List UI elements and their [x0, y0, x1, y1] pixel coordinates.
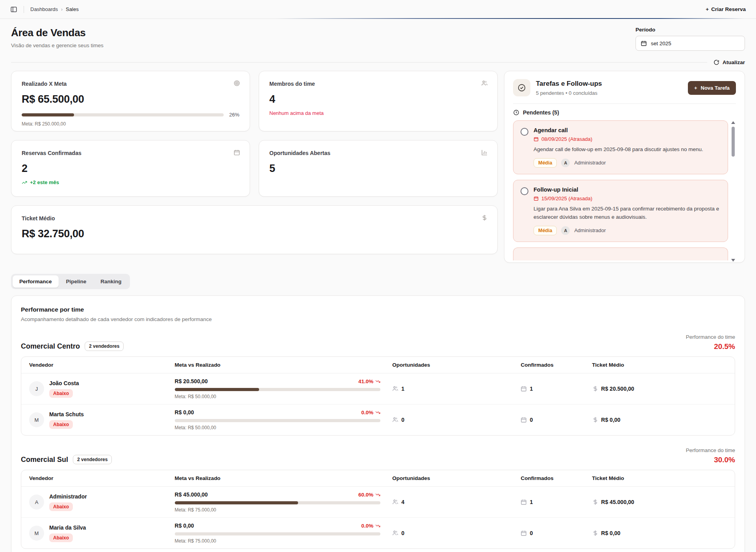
tasks-scroll-area: Agendar call 08/09/2025 (Atrasada) Agend…: [513, 120, 736, 262]
topbar: Dashboards › Sales + Criar Reserva: [0, 0, 756, 19]
performance-subtitle: Acompanhamento detalhado de cada vendedo…: [21, 316, 735, 322]
oportunidades-value: 0: [401, 417, 404, 423]
scroll-down-arrow[interactable]: [731, 259, 735, 262]
percent-value: 0.0%: [361, 523, 373, 529]
card-note: +2 este mês: [22, 179, 239, 185]
team-vendor-count-badge: 2 vendedores: [73, 455, 112, 464]
ticket-value: R$ 45.000,00: [601, 499, 634, 505]
trending-down-icon: [375, 379, 380, 384]
task-assignee: Administrador: [574, 160, 606, 166]
users-icon: [392, 386, 398, 392]
table-row: J João Costa Abaixo R$ 20.500,00 41.0%: [21, 373, 735, 404]
progress-bar: [175, 532, 381, 535]
col-confirmados: Confirmados: [521, 362, 592, 368]
realizado-value: R$ 45.000,00: [175, 491, 208, 498]
realizado-value: R$ 0,00: [175, 522, 194, 529]
oportunidades-value: 1: [401, 386, 404, 392]
status-badge: Abaixo: [49, 420, 73, 429]
dollar-icon: [592, 499, 598, 505]
vendor-name: João Costa: [49, 380, 79, 386]
create-reservation-button[interactable]: + Criar Reserva: [706, 6, 746, 12]
card-membros: Membros do time 4 Nenhum acima da meta: [259, 71, 498, 131]
card-title: Realizado X Meta: [22, 81, 239, 87]
calendar-icon: [534, 196, 539, 201]
users-icon: [392, 417, 398, 423]
team-table: Vendedor Meta vs Realizado Oportunidades…: [21, 356, 735, 436]
trending-down-icon: [375, 492, 380, 497]
realizado-value: R$ 20.500,00: [175, 378, 208, 384]
card-oportunidades: Oportunidades Abertas 5: [259, 140, 498, 197]
progress-percent: 26%: [229, 112, 239, 118]
task-complete-radio[interactable]: [521, 128, 528, 136]
dollar-icon: [592, 417, 598, 423]
dollar-icon: [592, 386, 598, 392]
new-task-button[interactable]: + Nova Tarefa: [688, 81, 736, 95]
tasks-scrollbar[interactable]: [731, 120, 735, 262]
breadcrumb-sales[interactable]: Sales: [66, 6, 79, 12]
users-icon: [392, 499, 398, 505]
chevron-right-icon: ›: [61, 7, 63, 12]
refresh-button[interactable]: Atualizar: [713, 59, 745, 65]
period-label: Período: [636, 27, 745, 33]
divider: [513, 103, 736, 104]
trending-down-icon: [375, 523, 380, 528]
avatar: M: [29, 412, 44, 427]
meta-goal: Meta: R$ 50.000,00: [175, 394, 381, 399]
card-note: Nenhum acima da meta: [269, 110, 487, 116]
tasks-title: Tarefas e Follow-ups: [536, 80, 602, 88]
performance-title: Performance por time: [21, 306, 735, 313]
card-value: 4: [269, 93, 487, 105]
tab[interactable]: Ranking: [94, 275, 128, 288]
toolbar: Atualizar: [11, 59, 745, 65]
meta-goal: Meta: R$ 75.000,00: [175, 538, 381, 544]
confirmados-value: 0: [530, 417, 533, 423]
percent-value: 0.0%: [361, 410, 373, 415]
vendor-name: Maria da Silva: [49, 524, 86, 531]
vendor-name: Administrador: [49, 493, 87, 500]
circle-check-icon: [513, 79, 530, 96]
period-select[interactable]: set 2025: [636, 36, 745, 51]
calendar-icon: [521, 530, 527, 536]
divider: [11, 62, 707, 63]
tasks-panel: Tarefas e Follow-ups 5 pendentes • 0 con…: [504, 71, 745, 263]
tab[interactable]: Pipeline: [59, 275, 93, 288]
breadcrumb-dashboards[interactable]: Dashboards: [30, 6, 58, 12]
col-confirmados: Confirmados: [521, 475, 592, 481]
progress-bar: [175, 388, 381, 391]
tasks-subtitle: 5 pendentes • 0 concluídas: [536, 90, 602, 96]
table-row: M Marta Schuts Abaixo R$ 0,00 0.0%: [21, 404, 735, 435]
sidebar-toggle-icon[interactable]: [10, 6, 17, 13]
task-due-date: 15/09/2025 (Atrasada): [541, 196, 592, 201]
percent-value: 41.0%: [358, 378, 373, 384]
calendar-icon: [521, 386, 527, 392]
status-badge: Abaixo: [49, 389, 73, 398]
task-complete-radio[interactable]: [521, 187, 528, 195]
oportunidades-value: 4: [401, 499, 404, 505]
card-title: Membros do time: [269, 81, 487, 87]
col-ticket-medio: Ticket Médio: [592, 362, 735, 368]
progress-bar: [175, 419, 381, 422]
users-icon: [481, 80, 488, 87]
card-title: Ticket Médio: [22, 215, 487, 222]
priority-badge: Média: [534, 158, 557, 168]
team-name: Comercial Sul: [21, 456, 68, 464]
dollar-icon: [481, 214, 488, 221]
ticket-value: R$ 20.500,00: [601, 386, 634, 392]
users-icon: [392, 530, 398, 536]
plus-icon: +: [706, 6, 709, 12]
team-performance-label: Performance do time: [686, 334, 735, 340]
calendar-icon: [534, 137, 539, 142]
tab[interactable]: Performance: [13, 275, 59, 288]
plus-icon: +: [694, 85, 697, 91]
scrollbar-thumb[interactable]: [732, 127, 735, 157]
confirmados-value: 1: [530, 386, 533, 392]
calendar-icon: [641, 40, 647, 46]
card-realizado-meta: Realizado X Meta R$ 65.500,00 26% Meta: …: [11, 71, 250, 131]
scroll-up-arrow[interactable]: [731, 121, 735, 124]
meta-goal: Meta: R$ 50.000,00: [175, 425, 381, 430]
pending-header: Pendentes (5): [523, 109, 559, 116]
percent-value: 60.0%: [358, 492, 373, 498]
period-value: set 2025: [651, 41, 671, 46]
calendar-icon: [521, 417, 527, 423]
col-meta-vs-realizado: Meta vs Realizado: [175, 362, 393, 368]
